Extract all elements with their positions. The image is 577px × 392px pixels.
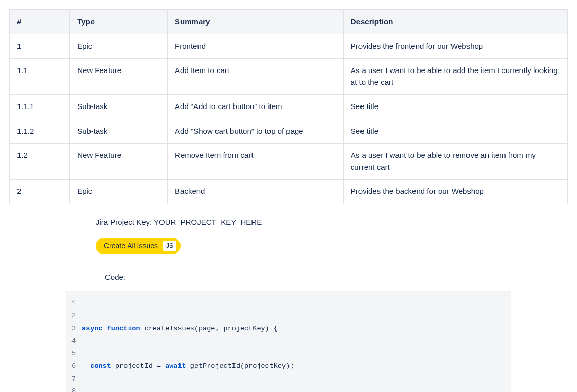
cell-description: See title: [343, 95, 567, 119]
table-header-row: # Type Summary Description: [10, 10, 568, 34]
cell-summary: Add "Show cart button” to top of page: [168, 119, 344, 144]
header-type: Type: [70, 10, 168, 34]
header-description: Description: [343, 10, 567, 34]
cell-summary: Add “Add to cart button” to item: [168, 95, 344, 119]
language-badge: JS: [163, 241, 176, 251]
cell-description: As a user I want to be able to add the i…: [343, 59, 567, 95]
create-all-issues-button[interactable]: Create All Issues JS: [96, 238, 181, 254]
cell-type: Epic: [70, 34, 168, 59]
cell-description: As a user I want to be able to remove an…: [343, 144, 567, 180]
cell-num: 1.1.1: [10, 95, 70, 119]
cell-type: Sub-task: [70, 95, 168, 119]
cell-type: New Feature: [70, 144, 168, 180]
code-block[interactable]: 1 2 3 4 5 6 7 8 9 async function createI…: [66, 291, 511, 393]
cell-summary: Backend: [168, 180, 344, 204]
cell-num: 2: [10, 180, 70, 204]
issues-table: # Type Summary Description 1 Epic Fronte…: [9, 9, 568, 204]
cell-num: 1.1: [10, 59, 70, 95]
header-summary: Summary: [168, 10, 344, 34]
cell-description: Provides the frontend for our Webshop: [343, 34, 567, 59]
project-key-line: Jira Project Key: YOUR_PROJECT_KEY_HERE: [96, 218, 568, 226]
cell-description: See title: [343, 119, 567, 144]
meta-block: Jira Project Key: YOUR_PROJECT_KEY_HERE …: [96, 218, 568, 254]
cell-type: Epic: [70, 180, 168, 204]
cell-description: Provides the backend for our Webshop: [343, 180, 567, 204]
cell-summary: Remove Item from cart: [168, 144, 344, 180]
cell-type: Sub-task: [70, 119, 168, 144]
create-all-issues-label: Create All Issues: [104, 242, 158, 250]
code-lines: async function createIssues(page, projec…: [82, 297, 511, 393]
code-label: Code:: [105, 273, 568, 281]
cell-summary: Add Item to cart: [168, 59, 344, 95]
cell-num: 1.2: [10, 144, 70, 180]
code-gutter: 1 2 3 4 5 6 7 8 9: [66, 297, 82, 393]
table-row: 1.1.2 Sub-task Add "Show cart button” to…: [10, 119, 568, 144]
table-row: 2 Epic Backend Provides the backend for …: [10, 180, 568, 204]
cell-type: New Feature: [70, 59, 168, 95]
table-row: 1 Epic Frontend Provides the frontend fo…: [10, 34, 568, 59]
table-row: 1.1 New Feature Add Item to cart As a us…: [10, 59, 568, 95]
table-row: 1.2 New Feature Remove Item from cart As…: [10, 144, 568, 180]
table-row: 1.1.1 Sub-task Add “Add to cart button” …: [10, 95, 568, 119]
cell-summary: Frontend: [168, 34, 344, 59]
cell-num: 1: [10, 34, 70, 59]
header-num: #: [10, 10, 70, 34]
cell-num: 1.1.2: [10, 119, 70, 144]
